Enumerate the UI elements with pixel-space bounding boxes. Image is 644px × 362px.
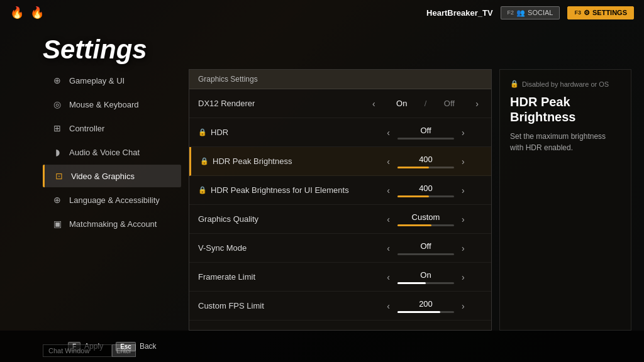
hdr-peak-ui-value-slider: 400 (397, 184, 454, 197)
row-hdr-peak-ui: 🔒 HDR Peak Brightness for UI Elements ‹ … (189, 176, 491, 205)
gameplay-icon: ⊕ (52, 75, 63, 85)
hdr-peak-slider-track (397, 167, 454, 168)
hdr-left-arrow[interactable]: ‹ (383, 125, 394, 140)
chat-enter-badge[interactable]: Enter (112, 344, 136, 357)
row-hdr: 🔒 HDR ‹ Off › (189, 118, 491, 147)
custom-fps-value-slider: 200 (397, 299, 454, 313)
sidebar-item-video-graphics[interactable]: ⊡ Video & Graphics (43, 165, 181, 187)
flame-icon-1: 🔥 (10, 6, 24, 19)
shadow-right-arrow[interactable]: › (458, 327, 469, 331)
hdr-peak-ui-slider-track (397, 195, 454, 197)
settings-list: DX12 Renderer ‹ On / Off › 🔒 HDR (189, 89, 491, 330)
label-hdr-peak-ui: 🔒 HDR Peak Brightness for UI Elements (198, 185, 369, 195)
graphics-quality-left-arrow[interactable]: ‹ (383, 212, 394, 227)
label-hdr: 🔒 HDR (198, 128, 369, 137)
custom-fps-left-arrow[interactable]: ‹ (383, 299, 394, 314)
hdr-peak-ui-right-arrow[interactable]: › (458, 183, 469, 198)
flame-icon-2: 🔥 (30, 6, 44, 19)
dx12-value-on: On (383, 99, 421, 108)
graphics-quality-value-slider: Custom (397, 212, 454, 226)
row-custom-fps: Custom FPS Limit ‹ 200 › (189, 292, 491, 321)
control-shadow-quality: ‹ Low › (369, 327, 482, 331)
hdr-peak-value: 400 (407, 155, 445, 164)
label-custom-fps: Custom FPS Limit (198, 301, 369, 310)
dx12-value-off: Off (430, 99, 468, 108)
chat-input[interactable] (43, 344, 112, 357)
hdr-value-slider: Off (397, 126, 454, 140)
custom-fps-right-arrow[interactable]: › (458, 299, 469, 314)
gear-icon: ⚙ (584, 9, 590, 17)
row-shadow-quality: Shadow Quality ‹ Low › (189, 321, 491, 330)
center-panel: Graphics Settings DX12 Renderer ‹ On / O… (189, 69, 492, 331)
social-icon: 👥 (516, 9, 525, 17)
right-panel-disabled-label: 🔒 Disabled by hardware or OS (510, 80, 621, 88)
graphics-quality-slider-track (397, 224, 454, 226)
vsync-left-arrow[interactable]: ‹ (383, 241, 394, 256)
row-graphics-quality: Graphics Quality ‹ Custom › (189, 205, 491, 234)
settings-panel: Graphics Settings DX12 Renderer ‹ On / O… (189, 69, 492, 331)
settings-button[interactable]: F3 ⚙ SETTINGS (567, 6, 634, 19)
graphics-quality-right-arrow[interactable]: › (458, 212, 469, 227)
sidebar-item-audio-voice[interactable]: ◗ Audio & Voice Chat (43, 141, 181, 163)
hdr-peak-value-slider: 400 (397, 155, 454, 168)
custom-fps-slider-track (397, 311, 454, 313)
back-label: Back (140, 342, 157, 351)
controller-icon: ⊞ (52, 123, 63, 133)
graphics-quality-value: Custom (407, 212, 445, 222)
label-dx12: DX12 Renderer (198, 99, 369, 108)
sidebar-label-mouse: Mouse & Keyboard (69, 100, 139, 109)
sidebar-label-video: Video & Graphics (71, 172, 135, 181)
sidebar: ⊕ Gameplay & UI ◎ Mouse & Keyboard ⊞ Con… (43, 69, 181, 331)
framerate-value-slider: On (397, 270, 454, 284)
hdr-peak-lock-icon: 🔒 (200, 157, 209, 165)
hdr-right-arrow[interactable]: › (458, 125, 469, 140)
framerate-left-arrow[interactable]: ‹ (383, 270, 394, 285)
page-title: Settings (43, 35, 147, 65)
panel-header: Graphics Settings (189, 70, 491, 89)
hdr-peak-right-arrow[interactable]: › (458, 154, 469, 169)
vsync-right-arrow[interactable]: › (458, 241, 469, 256)
control-hdr-peak: ‹ 400 › (369, 154, 482, 169)
social-button[interactable]: F2 👥 SOCIAL (501, 6, 560, 19)
hdr-slider-track (397, 138, 454, 140)
audio-icon: ◗ (52, 147, 63, 157)
row-framerate-limit: Framerate Limit ‹ On › (189, 263, 491, 292)
sidebar-label-gameplay: Gameplay & UI (69, 76, 125, 85)
sidebar-item-matchmaking-account[interactable]: ▣ Matchmaking & Account (43, 212, 181, 235)
control-vsync: ‹ Off › (369, 241, 482, 256)
label-framerate-limit: Framerate Limit (198, 272, 369, 282)
sidebar-item-mouse-keyboard[interactable]: ◎ Mouse & Keyboard (43, 93, 181, 116)
hdr-peak-ui-value: 400 (407, 184, 445, 193)
chat-window: Enter (43, 344, 136, 357)
dx12-left-arrow[interactable]: ‹ (369, 96, 379, 111)
main-container: ⊕ Gameplay & UI ◎ Mouse & Keyboard ⊞ Con… (43, 69, 631, 331)
label-vsync: V-Sync Mode (198, 243, 369, 253)
hdr-lock-icon: 🔒 (198, 128, 207, 136)
username: HeartBreaker_TV (426, 8, 493, 18)
video-icon: ⊡ (53, 171, 65, 181)
dx12-right-arrow[interactable]: › (472, 96, 482, 111)
sidebar-label-language: Language & Accessibility (69, 195, 160, 205)
sidebar-item-gameplay-ui[interactable]: ⊕ Gameplay & UI (43, 69, 181, 92)
hdr-peak-ui-lock-icon: 🔒 (198, 186, 207, 194)
custom-fps-value: 200 (407, 299, 445, 309)
control-hdr-peak-ui: ‹ 400 › (369, 183, 482, 198)
mouse-icon: ◎ (52, 99, 63, 109)
framerate-right-arrow[interactable]: › (458, 270, 469, 285)
control-graphics-quality: ‹ Custom › (369, 212, 482, 227)
bottom-bar: Enter F Apply Esc Back (0, 331, 644, 362)
hdr-value: Off (407, 126, 445, 135)
row-dx12-renderer: DX12 Renderer ‹ On / Off › (189, 89, 491, 118)
right-panel-title: HDR Peak Brightness (510, 94, 621, 124)
hdr-peak-left-arrow[interactable]: ‹ (383, 154, 394, 169)
vsync-value-slider: Off (397, 241, 454, 255)
hdr-peak-ui-left-arrow[interactable]: ‹ (383, 183, 394, 198)
shadow-left-arrow[interactable]: ‹ (383, 327, 394, 331)
top-bar: 🔥 🔥 HeartBreaker_TV F2 👥 SOCIAL F3 ⚙ SET… (0, 0, 644, 25)
sidebar-item-language-accessibility[interactable]: ⊕ Language & Accessibility (43, 189, 181, 211)
shadow-value: Low (407, 328, 445, 331)
sidebar-item-controller[interactable]: ⊞ Controller (43, 117, 181, 140)
sidebar-label-matchmaking: Matchmaking & Account (69, 219, 157, 229)
framerate-value: On (407, 270, 445, 280)
matchmaking-icon: ▣ (52, 219, 63, 229)
